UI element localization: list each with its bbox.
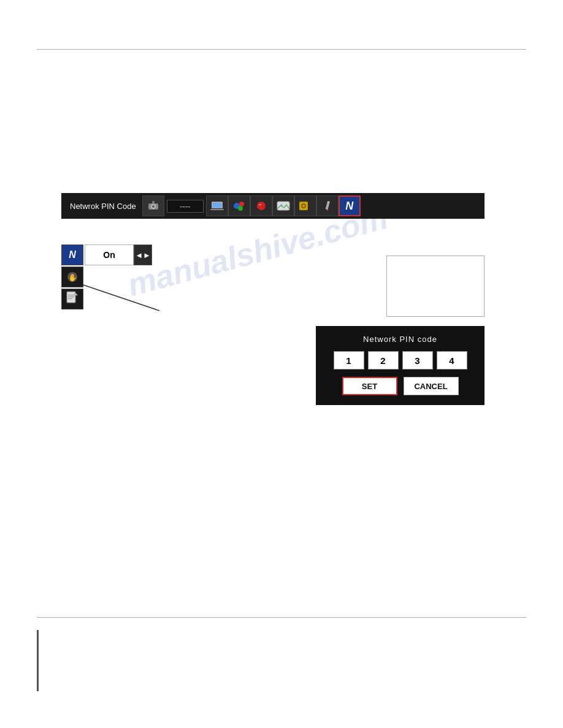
pencil-menu-icon[interactable] (316, 195, 339, 216)
set-button[interactable]: SET (342, 377, 397, 395)
speaker-menu-icon[interactable] (294, 195, 316, 216)
toggle-arrow-button[interactable]: ◄► (134, 245, 152, 265)
pin-digit-4[interactable]: 4 (437, 351, 467, 370)
preview-box (386, 256, 484, 317)
pin-digit-2[interactable]: 2 (368, 351, 399, 370)
svg-point-10 (257, 202, 266, 210)
laptop-menu-icon[interactable] (206, 195, 228, 216)
hand-sidebar-icon[interactable]: ✋ (61, 267, 83, 287)
svg-rect-3 (152, 201, 155, 203)
svg-rect-6 (210, 209, 224, 210)
svg-point-9 (238, 206, 243, 211)
svg-point-16 (302, 205, 305, 207)
svg-rect-23 (68, 297, 74, 297)
pin-digit-1[interactable]: 1 (334, 351, 364, 370)
pin-buttons: SET CANCEL (324, 377, 476, 395)
network-n-sidebar-icon[interactable]: N (61, 245, 83, 265)
network-n-menu-icon[interactable]: N (339, 195, 361, 216)
pin-dialog-title: Network PIN code (324, 335, 476, 344)
bottom-rule (37, 617, 526, 618)
document-sidebar-icon[interactable] (61, 289, 83, 309)
svg-line-26 (83, 285, 159, 311)
pin-digits: 1 2 3 4 (324, 351, 476, 370)
sidebar: N ✋ (61, 245, 83, 309)
menu-bar: Netwrok PIN Code ---- N (61, 193, 484, 219)
red-ball-menu-icon[interactable] (250, 195, 272, 216)
svg-rect-5 (213, 203, 221, 208)
on-toggle-area: On ◄► (85, 245, 152, 265)
sidebar-n-label: N (69, 249, 76, 260)
svg-point-2 (152, 205, 155, 208)
on-toggle-button[interactable]: On (85, 245, 134, 265)
cancel-button[interactable]: CANCEL (404, 377, 459, 395)
pin-digit-3[interactable]: 3 (402, 351, 433, 370)
svg-rect-22 (68, 295, 74, 295)
svg-rect-17 (325, 201, 329, 210)
svg-text:✋: ✋ (68, 273, 77, 282)
svg-point-8 (239, 202, 244, 207)
pin-display: ---- (167, 200, 204, 213)
ui-container: Netwrok PIN Code ---- N (61, 193, 484, 365)
svg-point-11 (259, 204, 261, 205)
left-bar (37, 630, 39, 691)
pin-dialog: Network PIN code 1 2 3 4 SET CANCEL (316, 326, 484, 405)
balls-menu-icon[interactable] (228, 195, 250, 216)
svg-marker-18 (327, 210, 328, 211)
menu-bar-label: Netwrok PIN Code (64, 202, 142, 211)
toggle-arrows: ◄► (135, 251, 151, 260)
photo-menu-icon[interactable] (272, 195, 294, 216)
projector-menu-icon[interactable] (142, 195, 164, 216)
top-rule (37, 49, 526, 50)
n-icon-label: N (345, 200, 353, 213)
svg-rect-24 (68, 298, 72, 299)
